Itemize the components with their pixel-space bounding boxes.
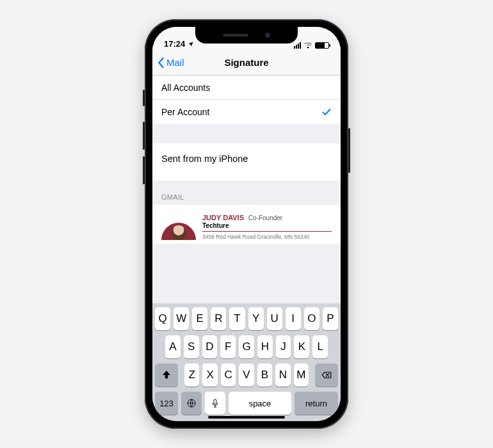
key-row-3: Z X C V B N M [155,364,338,387]
wifi-icon [303,42,312,49]
mute-switch [143,90,145,106]
key-y[interactable]: Y [248,307,264,330]
key-c[interactable]: C [221,364,236,387]
key-t[interactable]: T [229,307,245,330]
home-indicator[interactable] [208,416,285,419]
backspace-key[interactable] [315,364,338,387]
key-x[interactable]: X [202,364,217,387]
numbers-key[interactable]: 123 [155,392,178,415]
dictation-key[interactable] [205,392,225,415]
key-h[interactable]: H [257,335,273,358]
key-row-bottom: 123 space return [155,392,338,415]
signature-role: Co-Founder [248,214,282,221]
phone-frame: 17:24 Mail Signature [145,19,348,429]
key-o[interactable]: O [304,307,319,330]
back-label: Mail [166,57,184,68]
checkmark-icon [321,107,332,117]
volume-down-button [143,156,145,184]
key-k[interactable]: K [294,335,309,358]
key-a[interactable]: A [165,335,181,358]
key-row-1: Q W E R T Y U I O P [155,307,338,330]
key-i[interactable]: I [286,307,301,330]
content: All Accounts Per Account Sent from my iP… [152,76,341,303]
option-label: Per Account [161,107,210,117]
key-b[interactable]: B [257,364,272,387]
status-time: 17:24 [164,39,185,49]
key-n[interactable]: N [275,364,290,387]
key-row-2: A S D F G H J K L [155,335,338,358]
key-v[interactable]: V [239,364,254,387]
key-r[interactable]: R [211,307,226,330]
key-p[interactable]: P [323,307,338,330]
nav-bar: Mail Signature [152,50,341,76]
section-header-gmail: GMAIL [152,180,341,205]
key-s[interactable]: S [184,335,199,358]
signature-name: JUDY DAVIS [202,214,244,221]
screen: 17:24 Mail Signature [152,27,341,421]
key-l[interactable]: L [312,335,328,358]
default-signature-text: Sent from my iPhone [161,154,248,164]
key-d[interactable]: D [202,335,218,358]
battery-icon [315,42,329,49]
gmail-signature-editor[interactable]: JUDY DAVIS Co-Founder Techture 3458 Red … [152,205,341,244]
key-w[interactable]: W [174,307,189,330]
key-m[interactable]: M [294,364,309,387]
key-u[interactable]: U [267,307,282,330]
shift-key[interactable] [155,364,178,387]
svg-rect-1 [214,399,216,404]
key-q[interactable]: Q [155,307,170,330]
power-button [348,128,350,173]
page-title: Signature [224,57,268,68]
globe-key[interactable] [181,392,202,415]
notch [195,27,298,44]
key-z[interactable]: Z [184,364,199,387]
shift-icon [161,369,172,381]
scope-group: All Accounts Per Account [152,76,341,124]
globe-icon [186,398,197,408]
microphone-icon [210,398,220,408]
signature-address: 3458 Red Hawk Road Graceville, MN 56240 [202,234,332,240]
default-signature-editor[interactable]: Sent from my iPhone [152,143,341,180]
option-per-account[interactable]: Per Account [152,100,341,124]
divider [202,231,332,232]
key-g[interactable]: G [239,335,254,358]
cellular-icon [294,42,301,49]
back-button[interactable]: Mail [158,50,184,75]
volume-up-button [143,122,145,150]
signature-company: Techture [202,222,332,229]
key-f[interactable]: F [220,335,236,358]
option-label: All Accounts [161,83,210,93]
location-icon [188,41,194,47]
option-all-accounts[interactable]: All Accounts [152,76,341,100]
chevron-left-icon [158,57,165,68]
keyboard: Q W E R T Y U I O P A S D F G H J K L [152,303,341,421]
return-key[interactable]: return [295,392,338,415]
avatar [161,223,196,240]
space-key[interactable]: space [229,392,291,415]
key-j[interactable]: J [276,335,291,358]
signature-info: JUDY DAVIS Co-Founder Techture 3458 Red … [202,214,332,240]
key-e[interactable]: E [192,307,207,330]
backspace-icon [321,369,332,381]
